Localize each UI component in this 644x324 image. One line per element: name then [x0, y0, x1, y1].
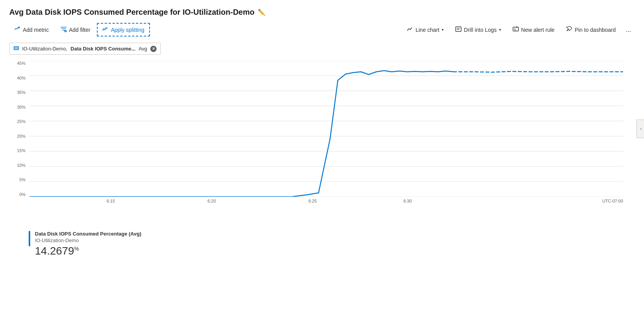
- legend-value: 14.2679%: [35, 245, 141, 257]
- add-filter-icon: [60, 26, 67, 33]
- y-label-40: 40%: [17, 76, 26, 80]
- legend-unit: %: [74, 246, 79, 252]
- pin-to-dashboard-label: Pin to dashboard: [575, 27, 616, 33]
- title-text: Avg Data Disk IOPS Consumed Percentage f…: [9, 8, 255, 17]
- chart-container: 0% 5% 10% 15% 20% 25% 30% 35% 40% 45%: [9, 61, 635, 228]
- vm-icon: [14, 45, 19, 52]
- metric-tag-metric-name: Data Disk IOPS Consume...: [71, 46, 136, 52]
- chart-line: [29, 61, 623, 197]
- more-options-label: ...: [626, 26, 631, 33]
- metric-tag-vm-name: IO-Utilization-Demo,: [22, 46, 67, 52]
- legend: Data Disk IOPS Consumed Percentage (Avg)…: [29, 231, 635, 257]
- x-label-615: 6:15: [107, 199, 115, 203]
- add-filter-button[interactable]: Add filter: [55, 23, 95, 36]
- add-filter-label: Add filter: [69, 27, 90, 33]
- y-label-45: 45%: [17, 61, 26, 66]
- edit-title-icon[interactable]: ✏️: [258, 9, 265, 16]
- metric-tag-aggregation: Avg: [139, 46, 147, 52]
- apply-splitting-button[interactable]: Apply splitting: [97, 23, 150, 36]
- line-chart-chevron: ▾: [442, 28, 444, 32]
- apply-splitting-icon: [102, 26, 108, 33]
- apply-splitting-label: Apply splitting: [111, 27, 144, 33]
- add-metric-button[interactable]: Add metric: [9, 23, 54, 36]
- svg-rect-5: [456, 27, 461, 31]
- pin-to-dashboard-button[interactable]: Pin to dashboard: [561, 23, 621, 36]
- y-label-15: 15%: [17, 148, 26, 153]
- add-metric-icon: [14, 26, 21, 33]
- line-chart-button[interactable]: Line chart ▾: [402, 23, 448, 36]
- y-label-20: 20%: [17, 134, 26, 139]
- x-label-625: 6:25: [308, 199, 317, 203]
- drill-into-logs-icon: [455, 26, 461, 33]
- expand-chart-button[interactable]: ›: [636, 120, 644, 138]
- x-label-620: 6:20: [208, 199, 216, 203]
- toolbar: Add metric Add filter Apply splitting: [9, 23, 635, 36]
- drill-into-logs-chevron: ▾: [499, 28, 501, 32]
- y-label-35: 35%: [17, 90, 26, 95]
- legend-title: Data Disk IOPS Consumed Percentage (Avg): [35, 231, 141, 237]
- drill-into-logs-button[interactable]: Drill into Logs ▾: [450, 23, 506, 36]
- y-label-25: 25%: [17, 119, 26, 124]
- more-options-button[interactable]: ...: [622, 24, 635, 36]
- page-title: Avg Data Disk IOPS Consumed Percentage f…: [9, 8, 635, 17]
- y-label-0: 0%: [19, 192, 26, 197]
- utc-label: UTC-07:00: [602, 199, 623, 203]
- line-chart-label: Line chart: [415, 27, 439, 33]
- svg-rect-12: [15, 47, 18, 49]
- legend-subtitle: IO-Utilization-Demo: [35, 237, 141, 243]
- new-alert-rule-label: New alert rule: [521, 27, 554, 33]
- svg-rect-8: [513, 27, 518, 31]
- remove-metric-tag-button[interactable]: ✕: [150, 46, 157, 52]
- drill-into-logs-label: Drill into Logs: [464, 27, 497, 33]
- metric-tag: IO-Utilization-Demo, Data Disk IOPS Cons…: [9, 43, 161, 55]
- legend-color-indicator: [29, 231, 30, 246]
- pin-to-dashboard-icon: [566, 26, 572, 33]
- y-label-10: 10%: [17, 163, 26, 168]
- new-alert-rule-icon: [513, 26, 519, 33]
- line-chart-icon: [407, 26, 413, 33]
- new-alert-rule-button[interactable]: New alert rule: [508, 23, 560, 36]
- add-metric-label: Add metric: [23, 27, 49, 33]
- x-label-630: 6:30: [403, 199, 412, 203]
- y-label-5: 5%: [19, 177, 26, 182]
- y-label-30: 30%: [17, 105, 26, 109]
